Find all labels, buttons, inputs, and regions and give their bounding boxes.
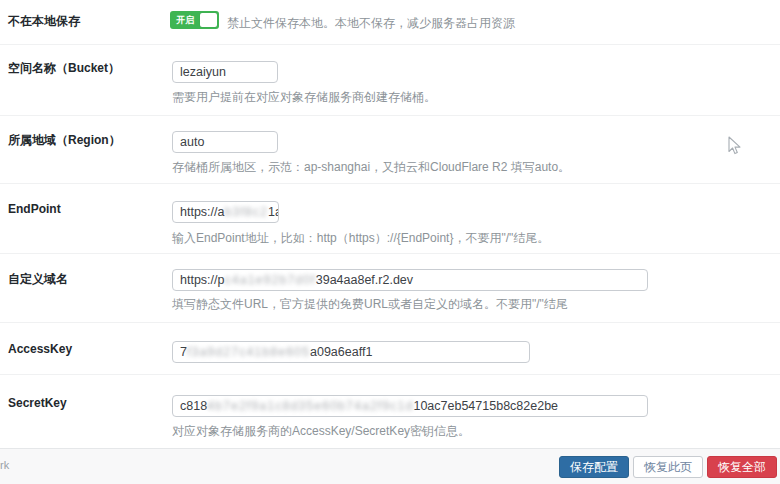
bucket-input[interactable] (172, 61, 278, 83)
settings-page: 不在本地保存 开启 禁止文件保存本地。本地不保存，减少服务器占用资源 空间名称（… (0, 0, 780, 484)
field-label-bucket: 空间名称（Bucket） (8, 60, 120, 77)
restore-page-button[interactable]: 恢复此页 (633, 456, 703, 478)
endpoint-value-suffix: 1a10l (268, 202, 279, 222)
endpoint-help: 输入EndPoint地址，比如：http（https）://{EndPoint}… (172, 230, 549, 247)
secretkey-value-suffix: 10ac7eb54715b8c82e2be (413, 396, 558, 416)
secretkey-input[interactable]: c8184b7e2f9a1c8d35e60b74a2f9c1d10ac7eb54… (172, 395, 648, 417)
accesskey-value-prefix: 7 (180, 342, 187, 362)
save-config-button[interactable]: 保存配置 (559, 456, 629, 478)
custom-domain-input[interactable]: https://pc4a1e92b7d0f39a4aa8ef.r2.dev (172, 269, 648, 291)
custom-domain-value-suffix: 39a4aa8ef.r2.dev (316, 270, 413, 290)
field-label-accesskey: AccessKey (8, 342, 72, 356)
footer-buttons: 保存配置 恢复此页 恢复全部 (559, 456, 777, 478)
field-label-endpoint: EndPoint (8, 202, 61, 216)
toggle-on-label: 开启 (176, 11, 194, 29)
secretkey-value-masked: 4b7e2f9a1c8d35e60b74a2f9c1d (207, 396, 413, 416)
footer-action-bar: ork 保存配置 恢复此页 恢复全部 (0, 448, 780, 484)
custom-domain-help: 填写静态文件URL，官方提供的免费URL或者自定义的域名。不要用"/"结尾 (172, 296, 568, 313)
accesskey-input[interactable]: 7f3a9d27c41b8e605a09a6eaff1 (172, 341, 530, 363)
field-label-no-local-save: 不在本地保存 (8, 13, 80, 30)
region-help: 存储桶所属地区，示范：ap-shanghai，又拍云和CloudFlare R2… (172, 159, 570, 176)
custom-domain-value-prefix: https://p (180, 270, 224, 290)
form-row-no-local-save: 不在本地保存 开启 禁止文件保存本地。本地不保存，减少服务器占用资源 (0, 0, 780, 45)
secretkey-help: 对应对象存储服务商的AccessKey/SecretKey密钥信息。 (172, 423, 470, 440)
accesskey-value-masked: f3a9d27c41b8e605 (187, 342, 310, 362)
footer-partial-text: ork (0, 459, 9, 471)
form-row-region: 所属地域（Region） 存储桶所属地区，示范：ap-shanghai，又拍云和… (0, 116, 780, 184)
toggle-knob (200, 13, 217, 27)
field-label-custom-domain: 自定义域名 (8, 271, 68, 288)
region-input[interactable] (172, 131, 278, 153)
restore-all-button[interactable]: 恢复全部 (707, 456, 777, 478)
no-local-save-toggle[interactable]: 开启 (170, 11, 219, 29)
bucket-help: 需要用户提前在对应对象存储服务商创建存储桶。 (172, 89, 436, 106)
accesskey-value-suffix: a09a6eaff1 (310, 342, 372, 362)
form-row-bucket: 空间名称（Bucket） 需要用户提前在对应对象存储服务商创建存储桶。 (0, 45, 780, 116)
endpoint-value-masked: b3f8c2 (224, 202, 268, 222)
no-local-save-help: 禁止文件保存本地。本地不保存，减少服务器占用资源 (227, 14, 515, 32)
form-row-accesskey: AccessKey 7f3a9d27c41b8e605a09a6eaff1 (0, 323, 780, 375)
secretkey-value-prefix: c818 (180, 396, 207, 416)
field-label-secretkey: SecretKey (8, 396, 67, 410)
custom-domain-value-masked: c4a1e92b7d0f (224, 270, 315, 290)
field-label-region: 所属地域（Region） (8, 132, 121, 149)
endpoint-value-prefix: https://a (180, 202, 224, 222)
mouse-cursor-icon (727, 136, 742, 156)
endpoint-input[interactable]: https://ab3f8c21a10l (172, 201, 279, 223)
form-row-secretkey: SecretKey c8184b7e2f9a1c8d35e60b74a2f9c1… (0, 375, 780, 448)
form-row-endpoint: EndPoint https://ab3f8c21a10l 输入EndPoint… (0, 184, 780, 254)
form-row-custom-domain: 自定义域名 https://pc4a1e92b7d0f39a4aa8ef.r2.… (0, 254, 780, 323)
